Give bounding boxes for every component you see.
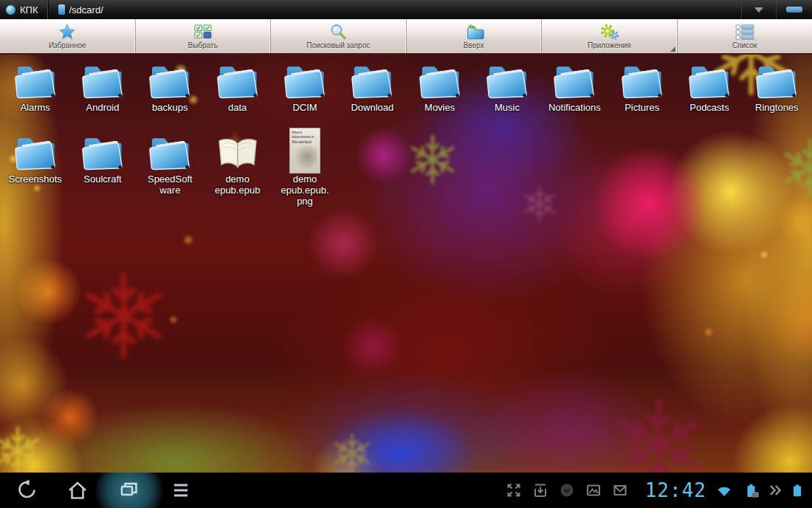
recent-apps-icon [117, 478, 141, 502]
folder-icon [281, 58, 329, 102]
path-history-dropdown-button[interactable] [741, 0, 776, 19]
file-label: Screenshots [9, 174, 62, 185]
file-label: Music [495, 103, 520, 114]
file-item-speedsoftware[interactable]: SpeedSoftware [137, 129, 203, 201]
file-label: Soulcraft [83, 174, 121, 185]
file-item-podcasts[interactable]: Podcasts [676, 58, 743, 129]
file-item-ringtones[interactable]: Ringtones [743, 58, 810, 129]
status-area: 12:42 [505, 479, 812, 501]
file-item-dcim[interactable]: DCIM [272, 58, 338, 129]
file-label: Ringtones [755, 103, 799, 114]
corner-fold-icon [670, 47, 675, 52]
folder-icon [416, 58, 464, 102]
file-item-download[interactable]: Download [339, 58, 405, 129]
gears-icon [599, 23, 619, 41]
image-thumbnail: Alice's Adventures in Wonderland [289, 129, 320, 174]
file-label: demo epub.epub [213, 174, 262, 196]
notification-download-button[interactable] [558, 481, 576, 499]
book-icon [214, 129, 261, 174]
back-button[interactable] [13, 478, 38, 503]
file-item-soulcraft[interactable]: Soulcraft [69, 129, 136, 201]
file-item-alarms[interactable]: Alarms [2, 58, 69, 129]
folder-icon [11, 58, 60, 102]
file-item-data[interactable]: data [204, 58, 271, 129]
file-label: backups [152, 103, 187, 114]
file-item-demo-epub-png[interactable]: Alice's Adventures in Wonderland demo ep… [272, 129, 338, 201]
folder-icon [145, 129, 194, 174]
folder-icon [752, 58, 801, 102]
toolbar-list-button[interactable]: Список [678, 19, 812, 53]
path-breadcrumb[interactable]: /sdcard/ [48, 0, 114, 19]
file-item-demo-epub[interactable]: demo epub.epub [204, 129, 271, 201]
topbar-spacer [114, 0, 741, 19]
file-label: Android [86, 103, 120, 114]
notification-screenshot-button[interactable] [531, 481, 549, 499]
battery-icon [790, 481, 806, 499]
toolbar-select-button[interactable]: Выбрать [136, 19, 272, 53]
download-circle-icon [558, 481, 576, 499]
toolbar-button-label: Вверх [464, 41, 484, 49]
file-label: Podcasts [689, 103, 729, 114]
notification-fullscreen-button[interactable] [505, 481, 523, 499]
folder-icon [685, 58, 734, 102]
chevron-down-icon [754, 7, 763, 13]
file-label: Notifications [548, 103, 601, 114]
search-icon [328, 23, 348, 41]
menu-button[interactable] [168, 478, 193, 503]
folder-icon [348, 58, 396, 102]
storage-icon [58, 4, 65, 15]
app-label: КПК [20, 4, 38, 16]
recent-apps-button[interactable] [117, 478, 142, 503]
notification-gallery-button[interactable] [585, 481, 602, 499]
folder-icon [213, 58, 262, 102]
file-label: Download [351, 103, 393, 114]
file-grid: Alarms Android backups data DCIM Downloa… [0, 53, 812, 473]
file-label: data [228, 103, 247, 114]
thumbnail-title-text: Alice's Adventures in Wonderland [290, 128, 320, 145]
app-menu-button[interactable]: КПК [0, 0, 48, 19]
folder-icon [145, 58, 194, 102]
file-label: Alarms [20, 103, 49, 114]
toolbar-button-label: Список [732, 41, 757, 49]
screenshot-tray-icon [531, 481, 549, 499]
toolbar: Избранное Выбрать [0, 19, 812, 55]
path-text: /sdcard/ [69, 4, 103, 16]
gallery-icon [585, 481, 602, 499]
toolbar-favorites-button[interactable]: Избранное [0, 19, 136, 53]
system-bar: 12:42 [0, 473, 812, 508]
home-icon [66, 478, 89, 502]
file-item-notifications[interactable]: Notifications [541, 58, 608, 129]
toolbar-button-label: Поисковый запрос [306, 41, 370, 49]
file-label: Pictures [625, 103, 659, 114]
toolbar-apps-button[interactable]: Приложения [542, 19, 678, 53]
file-item-movies[interactable]: Movies [407, 58, 473, 129]
toolbar-toggle-button[interactable] [776, 0, 812, 19]
battery-dock-icon [742, 481, 760, 499]
toolbar-search-button[interactable]: Поисковый запрос [271, 19, 407, 53]
file-label: DCIM [292, 103, 317, 114]
file-item-pictures[interactable]: Pictures [609, 58, 675, 129]
clock-time[interactable]: 12:42 [645, 479, 706, 501]
gmail-icon [611, 481, 629, 499]
back-icon [14, 478, 38, 502]
folder-icon [78, 129, 127, 174]
file-item-music[interactable]: Music [474, 58, 540, 129]
file-label: SpeedSoftware [145, 174, 194, 196]
file-item-screenshots[interactable]: Screenshots [2, 129, 69, 201]
folder-icon [78, 58, 127, 102]
file-item-backups[interactable]: backups [137, 58, 203, 129]
toolbar-up-button[interactable]: Вверх [407, 19, 543, 53]
select-grid-icon [194, 23, 212, 41]
folder-icon [550, 58, 599, 102]
file-manager-screen: КПК /sdcard/ Избранное [0, 0, 812, 508]
top-bar: КПК /sdcard/ [0, 0, 812, 19]
notification-gmail-button[interactable] [611, 481, 629, 499]
folder-up-icon [464, 23, 484, 41]
file-item-android[interactable]: Android [69, 58, 136, 129]
home-button[interactable] [65, 478, 90, 503]
nav-buttons [0, 478, 193, 503]
fullscreen-icon [505, 481, 523, 499]
toggle-pill-icon [786, 7, 802, 13]
file-label: Movies [424, 103, 455, 114]
chevron-right-icon [768, 481, 781, 499]
